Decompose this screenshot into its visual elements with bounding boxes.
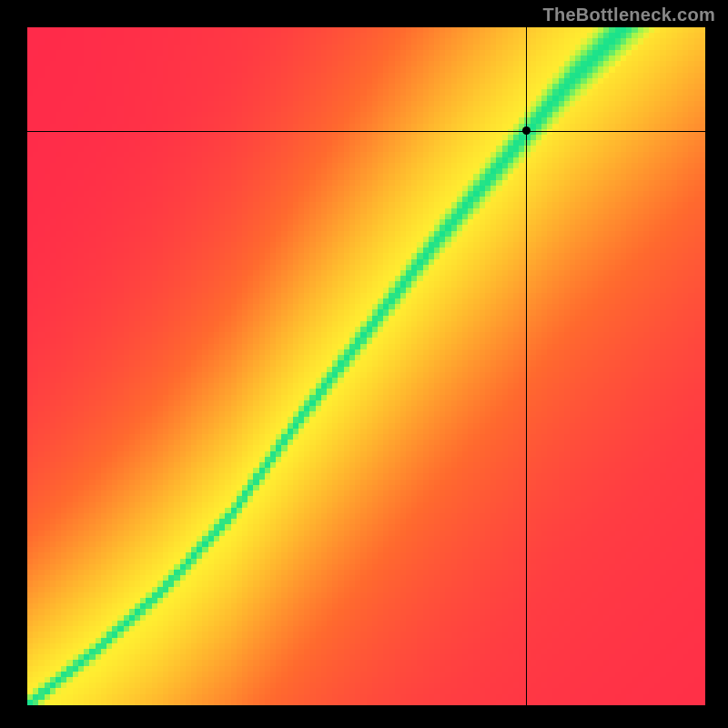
chart-frame: TheBottleneck.com — [0, 0, 728, 728]
attribution-label: TheBottleneck.com — [542, 5, 715, 25]
crosshair-horizontal — [27, 131, 705, 132]
heatmap-plot — [27, 27, 705, 705]
heatmap-canvas — [27, 27, 705, 705]
